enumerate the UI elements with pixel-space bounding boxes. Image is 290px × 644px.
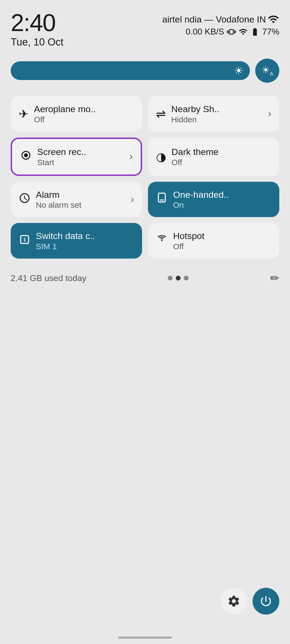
quick-tiles-grid: ✈ Aeroplane mo.. Off ⇌ Nearby Sh.. Hidde… <box>0 91 290 264</box>
tile-nearby-share[interactable]: ⇌ Nearby Sh.. Hidden › <box>148 96 279 132</box>
svg-rect-2 <box>158 193 165 202</box>
tile-switch-data[interactable]: 1 Switch data c.. SIM 1 <box>11 223 142 259</box>
wifi-icon <box>239 27 248 36</box>
tile-hotspot-subtitle: Off <box>173 242 271 251</box>
tile-nearby-title: Nearby Sh.. <box>171 104 263 115</box>
tile-dark-theme[interactable]: ◑ Dark theme Off <box>148 138 279 176</box>
tile-aeroplane-title: Aeroplane mo.. <box>34 104 134 115</box>
svg-point-1 <box>24 153 28 157</box>
one-handed-icon <box>156 192 168 207</box>
data-usage-text: 2.41 GB used today <box>11 273 86 283</box>
tile-one-handed-title: One-handed.. <box>173 189 271 200</box>
tile-one-handed-subtitle: On <box>173 200 271 210</box>
bottom-actions <box>210 580 290 623</box>
page-dot-3 <box>184 276 189 281</box>
battery-icon <box>250 27 260 36</box>
carrier-text: airtel ndia — Vodafone IN <box>162 14 266 25</box>
tile-screen-record-title: Screen rec.. <box>37 146 124 157</box>
tile-hotspot-text: Hotspot Off <box>173 230 271 251</box>
nearby-icon: ⇌ <box>156 107 166 121</box>
vibrate-icon <box>227 27 236 36</box>
tile-switch-data-title: Switch data c.. <box>36 230 134 241</box>
tile-one-handed-text: One-handed.. On <box>173 189 271 210</box>
home-indicator[interactable] <box>118 637 172 639</box>
battery-percent: 77% <box>262 27 279 37</box>
status-right: airtel ndia — Vodafone IN 0.00 KB/S 77% <box>162 11 279 37</box>
tile-alarm-title: Alarm <box>36 189 125 200</box>
brightness-sun-icon: ☀ <box>234 65 243 77</box>
dark-theme-icon: ◑ <box>156 150 166 164</box>
clock-time: 2:40 <box>11 11 63 35</box>
tile-aeroplane-subtitle: Off <box>34 115 134 124</box>
signal-icon <box>268 13 279 25</box>
date-display: Tue, 10 Oct <box>11 36 63 48</box>
edit-icon[interactable]: ✏ <box>270 272 279 284</box>
battery-row: 0.00 KB/S 77% <box>186 27 279 37</box>
brightness-slider[interactable]: ☀ <box>11 61 250 80</box>
tile-one-handed[interactable]: One-handed.. On <box>148 182 279 217</box>
tile-switch-data-text: Switch data c.. SIM 1 <box>36 230 134 251</box>
settings-button[interactable] <box>220 588 247 615</box>
screen-record-icon <box>20 149 32 164</box>
tile-dark-theme-text: Dark theme Off <box>171 146 271 167</box>
tile-alarm-subtitle: No alarm set <box>36 200 125 210</box>
tile-dark-theme-subtitle: Off <box>171 158 271 167</box>
sim-icon: 1 <box>19 234 30 248</box>
tile-aeroplane-text: Aeroplane mo.. Off <box>34 104 134 124</box>
brightness-auto-button[interactable]: ☀A <box>255 59 279 83</box>
tile-aeroplane[interactable]: ✈ Aeroplane mo.. Off <box>11 96 142 132</box>
data-speed: 0.00 KB/S <box>186 27 224 37</box>
status-bar: 2:40 Tue, 10 Oct airtel ndia — Vodafone … <box>0 0 290 51</box>
alarm-icon <box>19 192 30 207</box>
hotspot-icon <box>156 234 168 248</box>
svg-text:1: 1 <box>23 237 26 243</box>
tile-screen-record-subtitle: Start <box>37 158 124 167</box>
page-dot-1 <box>168 276 173 281</box>
tile-switch-data-subtitle: SIM 1 <box>36 242 134 251</box>
nearby-chevron-icon: › <box>268 108 271 119</box>
footer-row: 2.41 GB used today ✏ <box>0 267 290 290</box>
plane-icon: ✈ <box>19 107 29 121</box>
tile-nearby-subtitle: Hidden <box>171 115 263 124</box>
tile-hotspot[interactable]: Hotspot Off <box>148 223 279 259</box>
settings-gear-icon <box>227 594 241 608</box>
power-button[interactable] <box>253 588 279 615</box>
tile-alarm[interactable]: Alarm No alarm set › <box>11 182 142 217</box>
tile-nearby-text: Nearby Sh.. Hidden <box>171 104 263 124</box>
page-dot-2 <box>176 276 181 281</box>
tile-hotspot-title: Hotspot <box>173 230 271 241</box>
power-icon <box>259 594 273 608</box>
tile-screen-record[interactable]: Screen rec.. Start › <box>11 138 142 176</box>
tile-screen-record-text: Screen rec.. Start <box>37 146 124 167</box>
tile-alarm-text: Alarm No alarm set <box>36 189 125 210</box>
time-date-block: 2:40 Tue, 10 Oct <box>11 11 63 48</box>
alarm-chevron-icon: › <box>131 194 134 205</box>
brightness-row[interactable]: ☀ ☀A <box>0 53 290 88</box>
screen-record-chevron-icon: › <box>129 151 133 162</box>
carrier-info: airtel ndia — Vodafone IN <box>162 13 279 25</box>
page-dots <box>168 276 189 281</box>
brightness-auto-icon: ☀A <box>261 65 273 77</box>
tile-dark-theme-title: Dark theme <box>171 146 271 157</box>
